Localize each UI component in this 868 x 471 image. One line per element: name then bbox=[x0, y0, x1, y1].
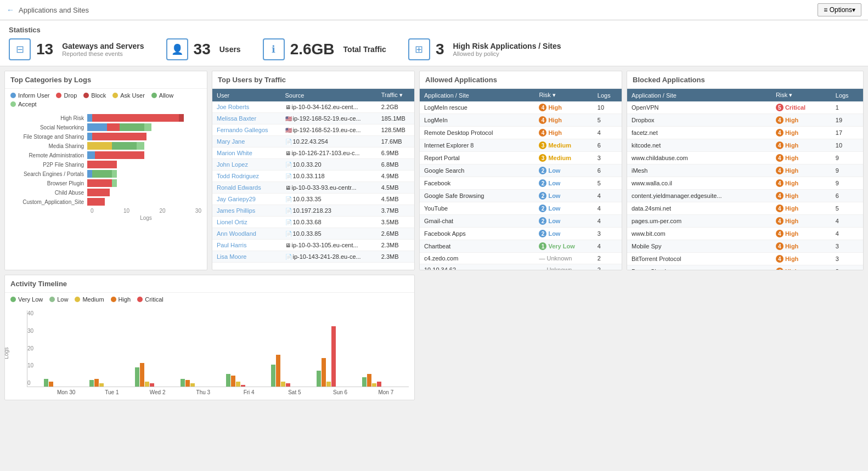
bar-row: Remote Administration bbox=[10, 151, 201, 159]
table-row[interactable]: LogMeIn 4 High 5 bbox=[420, 114, 622, 127]
table-row[interactable]: James Phillips 📄10.197.218.23 3.7MB bbox=[212, 205, 414, 217]
tl-bar bbox=[372, 383, 376, 387]
tl-legend-dot bbox=[137, 297, 143, 302]
user-traffic: 3.7MB bbox=[377, 205, 414, 217]
table-row[interactable]: Lionel Ortiz 📄10.0.33.68 3.5MB bbox=[212, 217, 414, 228]
table-row[interactable]: kitcode.net 4 High 10 bbox=[627, 139, 863, 152]
app-risk: — Unknown bbox=[534, 264, 593, 270]
table-row[interactable]: Paul Harris 🖥ip-10-0-33-105.eu-cent... 2… bbox=[212, 240, 414, 251]
risk-badge: 5 Critical bbox=[776, 104, 805, 111]
table-row[interactable]: YouTube 2 Low 4 bbox=[420, 202, 622, 215]
risk-label: High bbox=[785, 218, 798, 224]
table-row[interactable]: Internet Explorer 8 3 Medium 6 bbox=[420, 139, 622, 152]
table-row[interactable]: Remote Desktop Protocol 4 High 4 bbox=[420, 127, 622, 139]
risk-badge: 2 Low bbox=[539, 192, 560, 200]
app-logs: 6 bbox=[593, 139, 622, 152]
bar-segment bbox=[120, 123, 144, 131]
risk-badge: 4 High bbox=[776, 129, 798, 137]
table-row[interactable]: Chartbeat 1 Very Low 4 bbox=[420, 240, 622, 253]
table-row[interactable]: iMesh 4 High 9 bbox=[627, 164, 863, 177]
back-button[interactable]: ← bbox=[7, 5, 14, 14]
app-name: Report Portal bbox=[420, 152, 534, 164]
table-row[interactable]: Jay Gariepy29 📄10.0.33.35 4.5MB bbox=[212, 194, 414, 205]
bar-group bbox=[87, 161, 201, 168]
user-source: 📄10.0.33.85 bbox=[281, 228, 377, 240]
app-name: 10.10.34.62 bbox=[420, 264, 534, 270]
table-row[interactable]: LogMeIn rescue 4 High 10 bbox=[420, 101, 622, 114]
y-axis-tick: 0 bbox=[27, 380, 33, 386]
table-row[interactable]: www.childabuse.com 4 High 9 bbox=[627, 152, 863, 164]
bar-group bbox=[87, 133, 201, 140]
allowed-table-scroll[interactable]: Application / SiteRisk ▾Logs LogMeIn res… bbox=[420, 89, 622, 270]
table-row[interactable]: content.yieldmanager.edgesuite... 4 High… bbox=[627, 190, 863, 202]
table-row[interactable]: Facebook Apps 2 Low 3 bbox=[420, 228, 622, 240]
table-row[interactable]: Mary Jane 📄10.22.43.254 17.6MB bbox=[212, 136, 414, 147]
users-table-scroll[interactable]: UserSourceTraffic ▾ Joe Roberts 🖥ip-10-0… bbox=[212, 89, 414, 263]
table-row[interactable]: www.bit.com 4 High 4 bbox=[627, 228, 863, 240]
user-name: Todd Rodriguez bbox=[212, 171, 281, 182]
user-name: James Phillips bbox=[212, 205, 281, 217]
risk-label: High bbox=[548, 104, 561, 111]
tl-bar bbox=[140, 363, 144, 387]
bar-label: Browser Plugin bbox=[10, 180, 87, 186]
table-row[interactable]: Mobile Spy 4 High 3 bbox=[627, 240, 863, 253]
app-name: content.yieldmanager.edgesuite... bbox=[627, 190, 771, 202]
users-title: Top Users by Traffic bbox=[212, 71, 414, 89]
bar-segment bbox=[179, 114, 184, 122]
table-row[interactable]: Lisa Moore 📄ip-10-143-241-28.eu-ce... 2.… bbox=[212, 251, 414, 263]
table-row[interactable]: BitTorrent Protocol 4 High 3 bbox=[627, 253, 863, 265]
table-row[interactable]: data.24smi.net 4 High 5 bbox=[627, 202, 863, 215]
app-name: Gmail-chat bbox=[420, 215, 534, 228]
categories-legend: Inform UserDropBlockAsk UserAllowAccept bbox=[5, 89, 207, 111]
app-logs: 9 bbox=[831, 152, 863, 164]
table-row[interactable]: www.walla.co.il 4 High 9 bbox=[627, 177, 863, 190]
source-flag: 🖥 bbox=[285, 242, 291, 248]
table-row[interactable]: Google Search 2 Low 6 bbox=[420, 164, 622, 177]
table-row[interactable]: Todd Rodriguez 📄10.0.33.118 4.9MB bbox=[212, 171, 414, 182]
legend-label: Block bbox=[91, 92, 106, 99]
tl-bar bbox=[281, 382, 285, 387]
table-row[interactable]: Fernando Gallegos 🇺🇸ip-192-168-52-19.eu-… bbox=[212, 124, 414, 136]
allowed-col-header: Risk ▾ bbox=[534, 89, 593, 101]
user-traffic: 6.9MB bbox=[377, 147, 414, 159]
table-row[interactable]: Report Portal 3 Medium 3 bbox=[420, 152, 622, 164]
bar-segment bbox=[87, 161, 117, 168]
table-row[interactable]: Facebook 2 Low 5 bbox=[420, 177, 622, 190]
tl-legend-item: Low bbox=[49, 296, 68, 303]
app-name: data.24smi.net bbox=[627, 202, 771, 215]
table-row[interactable]: John Lopez 📄10.0.33.20 6.8MB bbox=[212, 159, 414, 171]
app-name: Google Search bbox=[420, 164, 534, 177]
timeline-legend: Very LowLowMediumHighCritical bbox=[5, 293, 414, 306]
blocked-table-scroll[interactable]: Application / SiteRisk ▾Logs OpenVPN 5 C… bbox=[627, 89, 863, 270]
table-row[interactable]: Gmail-chat 2 Low 4 bbox=[420, 215, 622, 228]
table-row[interactable]: c4.zedo.com — Unknown 2 bbox=[420, 253, 622, 264]
risk-badge: 4 High bbox=[776, 205, 798, 212]
tl-bar bbox=[181, 379, 185, 387]
bar-segment bbox=[87, 142, 112, 150]
table-row[interactable]: 10.10.34.62 — Unknown 2 bbox=[420, 264, 622, 270]
user-traffic: 17.6MB bbox=[377, 136, 414, 147]
table-row[interactable]: Google Safe Browsing 2 Low 4 bbox=[420, 190, 622, 202]
risk-num: 3 bbox=[539, 141, 546, 149]
table-row[interactable]: Ann Woodland 📄10.0.33.85 2.6MB bbox=[212, 228, 414, 240]
y-axis: 010203040 bbox=[27, 310, 33, 387]
table-row[interactable]: Dropbox 4 High 19 bbox=[627, 114, 863, 127]
table-row[interactable]: Melissa Baxter 🇺🇸ip-192-168-52-19.eu-ce.… bbox=[212, 113, 414, 124]
table-row[interactable]: Marion White 🖥ip-10-126-217-103.eu-c... … bbox=[212, 147, 414, 159]
bar-group bbox=[87, 123, 201, 131]
y-axis-tick: 40 bbox=[27, 310, 33, 316]
bar-group bbox=[87, 114, 201, 122]
table-row[interactable]: OpenVPN 5 Critical 1 bbox=[627, 101, 863, 114]
table-row[interactable]: pages.um-per.com 4 High 4 bbox=[627, 215, 863, 228]
table-row[interactable]: Joe Roberts 🖥ip-10-0-34-162.eu-cent... 2… bbox=[212, 101, 414, 113]
risk-label: Medium bbox=[548, 142, 571, 149]
options-button[interactable]: ≡ Options▾ bbox=[818, 3, 861, 16]
stats-section: Statistics ⊟ 13 Gateways and Servers Rep… bbox=[0, 20, 868, 66]
tl-bar bbox=[94, 379, 99, 387]
app-logs: 2 bbox=[593, 264, 622, 270]
table-row[interactable]: facetz.net 4 High 17 bbox=[627, 127, 863, 139]
table-row[interactable]: Bezeq Cloud 4 High 3 bbox=[627, 265, 863, 270]
table-row[interactable]: Ronald Edwards 🖥ip-10-0-33-93.eu-centr..… bbox=[212, 182, 414, 194]
user-traffic: 2.3MB bbox=[377, 251, 414, 263]
risk-num: 2 bbox=[539, 179, 546, 187]
